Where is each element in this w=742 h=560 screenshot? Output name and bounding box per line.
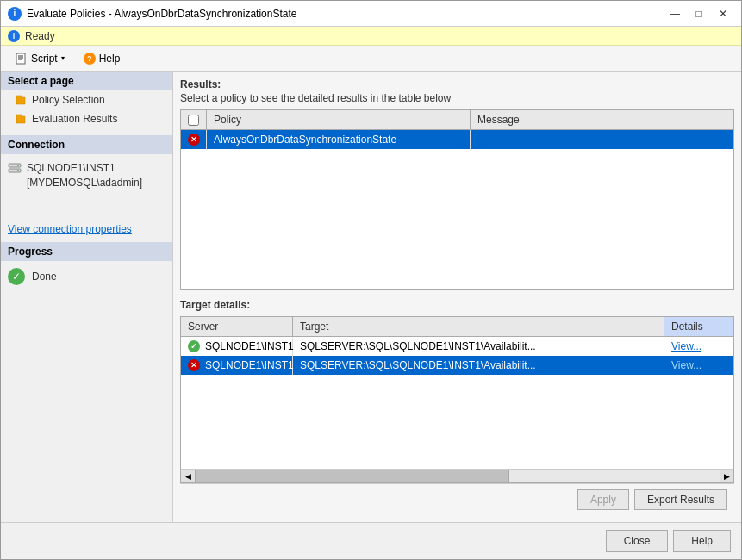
policy-selection-icon	[15, 94, 27, 106]
target-th-target: Target	[293, 317, 664, 336]
results-policy-name: AlwaysOnDbrDataSynchronizationState	[214, 134, 396, 146]
target-row-1-server-name: SQLNODE1\INST1	[205, 340, 294, 352]
target-row-2-view-link[interactable]: View...	[671, 359, 701, 371]
target-th-server: Server	[181, 317, 293, 336]
results-th-policy: Policy	[207, 110, 471, 129]
target-row-2-server-name: SQLNODE1\INST1	[205, 359, 294, 371]
target-row-1[interactable]: ✓ SQLNODE1\INST1 SQLSERVER:\SQL\SQLNODE1…	[181, 337, 733, 356]
target-row-2-error-icon: ✕	[188, 359, 200, 371]
apply-button[interactable]: Apply	[577, 489, 629, 510]
target-details-label: Target details:	[180, 299, 734, 311]
script-icon	[16, 53, 28, 65]
target-row-1-view-link[interactable]: View...	[671, 340, 701, 352]
scroll-track[interactable]	[195, 470, 720, 482]
content-area: Results: Select a policy to see the deta…	[173, 72, 741, 522]
results-table-header: Policy Message	[181, 110, 733, 130]
main-window: i Evaluate Policies - AlwaysOnDbrDataSyn…	[0, 0, 742, 560]
results-table-row[interactable]: ✕ AlwaysOnDbrDataSynchronizationState	[181, 130, 733, 149]
main-layout: Select a page Policy Selection Evaluatio…	[1, 72, 741, 522]
target-row-1-target: SQLSERVER:\SQL\SQLNODE1\INST1\Availabili…	[293, 337, 664, 356]
results-th-checkbox	[181, 110, 207, 129]
title-bar: i Evaluate Policies - AlwaysOnDbrDataSyn…	[1, 1, 741, 27]
scroll-thumb	[195, 470, 509, 482]
sidebar-item-policy-selection[interactable]: Policy Selection	[1, 90, 172, 109]
progress-section-title: Progress	[1, 242, 172, 261]
target-row-2-server: ✕ SQLNODE1\INST1	[181, 356, 293, 375]
svg-point-5	[17, 165, 19, 166]
results-td-checkbox: ✕	[181, 130, 207, 149]
connection-info: SQLNODE1\INST1 [MYDEMOSQL\adadmin]	[1, 154, 172, 197]
window-footer: Close Help	[1, 522, 741, 559]
close-button[interactable]: ✕	[712, 5, 734, 22]
target-row-2[interactable]: ✕ SQLNODE1\INST1 SQLSERVER:\SQL\SQLNODE1…	[181, 356, 733, 375]
target-row-1-server: ✓ SQLNODE1\INST1	[181, 337, 293, 356]
minimize-button[interactable]: —	[664, 5, 686, 22]
horizontal-scrollbar: ◀ ▶	[181, 469, 733, 482]
connection-user: [MYDEMOSQL\adadmin]	[27, 176, 142, 190]
target-row-2-details: View...	[664, 356, 733, 375]
svg-rect-0	[16, 53, 25, 64]
status-text: Ready	[25, 30, 55, 42]
sidebar-item-evaluation-results-label: Evaluation Results	[32, 113, 117, 125]
toolbar: Script ▾ ? Help	[1, 46, 741, 72]
maximize-button[interactable]: □	[688, 5, 710, 22]
scroll-right-button[interactable]: ▶	[720, 470, 733, 483]
results-hint: Select a policy to see the detailed resu…	[180, 92, 734, 104]
help-label: Help	[99, 53, 121, 65]
scroll-left-button[interactable]: ◀	[181, 470, 195, 483]
help-icon: ?	[84, 53, 96, 65]
connection-section-title: Connection	[1, 135, 172, 154]
window-title: Evaluate Policies - AlwaysOnDbrDataSynch…	[27, 8, 297, 20]
connection-section: Connection SQLNODE1\INST1 [MYDEMOSQL\ada…	[1, 135, 172, 235]
app-icon: i	[8, 7, 22, 21]
results-td-policy: AlwaysOnDbrDataSynchronizationState	[207, 130, 471, 149]
bottom-toolbar: Apply Export Results	[180, 483, 734, 515]
target-details-table: Server Target Details ✓ SQLNODE1\INST1 S…	[180, 316, 734, 483]
progress-content: ✓ Done	[1, 261, 172, 292]
view-connection-properties-link[interactable]: View connection properties	[1, 220, 139, 239]
progress-status-text: Done	[32, 271, 57, 283]
server-icon	[8, 161, 22, 175]
sidebar-section-title: Select a page	[1, 72, 172, 90]
script-button[interactable]: Script ▾	[8, 49, 72, 68]
sidebar-item-policy-selection-label: Policy Selection	[32, 94, 105, 106]
results-select-all-checkbox[interactable]	[188, 115, 199, 126]
sidebar-item-evaluation-results[interactable]: Evaluation Results	[1, 109, 172, 128]
title-controls: — □ ✕	[664, 5, 734, 22]
target-row-1-success-icon: ✓	[188, 340, 200, 352]
help-button[interactable]: ? Help	[76, 49, 128, 68]
target-details-header: Server Target Details	[181, 317, 733, 337]
connection-server-row: SQLNODE1\INST1 [MYDEMOSQL\adadmin]	[8, 161, 165, 190]
results-row-error-icon: ✕	[188, 134, 200, 146]
progress-section: Progress ✓ Done	[1, 242, 172, 292]
target-row-2-target: SQLSERVER:\SQL\SQLNODE1\INST1\Availabili…	[293, 356, 664, 375]
evaluation-results-icon	[15, 113, 27, 125]
progress-done-icon: ✓	[8, 268, 25, 285]
help-footer-button[interactable]: Help	[673, 530, 731, 552]
title-bar-left: i Evaluate Policies - AlwaysOnDbrDataSyn…	[8, 7, 297, 21]
export-results-button[interactable]: Export Results	[634, 489, 727, 510]
script-dropdown-arrow: ▾	[61, 54, 65, 62]
results-th-message: Message	[471, 110, 733, 129]
target-row-1-details: View...	[664, 337, 733, 356]
target-th-details: Details	[664, 317, 733, 336]
connection-server-name: SQLNODE1\INST1	[27, 161, 142, 176]
script-label: Script	[31, 53, 58, 65]
results-label: Results:	[180, 78, 734, 90]
svg-point-7	[17, 170, 19, 171]
close-footer-button[interactable]: Close	[606, 530, 669, 552]
status-bar: i Ready	[1, 27, 741, 46]
sidebar: Select a page Policy Selection Evaluatio…	[1, 72, 173, 522]
server-details: SQLNODE1\INST1 [MYDEMOSQL\adadmin]	[27, 161, 142, 190]
results-td-message	[471, 136, 733, 143]
status-icon: i	[8, 30, 20, 42]
results-table: Policy Message ✕ AlwaysOnDbrDataSynchron…	[180, 109, 734, 290]
